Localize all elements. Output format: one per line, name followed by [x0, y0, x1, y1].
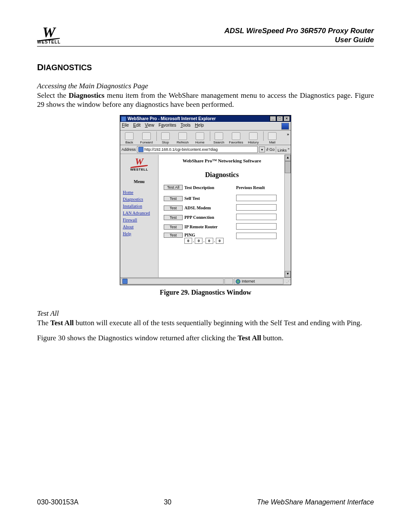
links-button[interactable]: Links »	[277, 147, 290, 152]
status-left	[121, 278, 224, 284]
menu-file[interactable]: File	[122, 123, 129, 130]
toolbar-overflow-icon[interactable]: »	[287, 132, 289, 137]
vertical-scrollbar[interactable]: ▲ ▼	[284, 155, 291, 277]
para2-pre: The	[37, 319, 50, 327]
internet-zone-icon	[236, 279, 240, 284]
toolbar-mail-button[interactable]: Mail	[265, 132, 280, 144]
para3-bold: Test All	[238, 334, 262, 342]
browser-window: WebShare Pro - Microsoft Internet Explor…	[120, 115, 291, 285]
test-all-button[interactable]: Test All	[164, 185, 183, 190]
figure-caption: Figure 29. Diagnostics Window	[37, 289, 374, 296]
test-button-adsl[interactable]: Test	[164, 205, 183, 211]
document-title: ADSL WireSpeed Pro 36R570 Proxy Router U…	[224, 26, 374, 45]
main-banner: WebShare Pro™ Networking Software	[164, 158, 280, 163]
subheading-testall: Test All	[37, 309, 374, 318]
maximize-button[interactable]: □	[277, 116, 283, 121]
toolbar-forward-button[interactable]: Forward	[139, 132, 154, 144]
main-panel: WebShare Pro™ Networking Software Diagno…	[159, 155, 284, 277]
scroll-up-button[interactable]: ▲	[285, 155, 291, 161]
toolbar-stop-button[interactable]: Stop	[158, 132, 173, 144]
toolbar-separator	[263, 131, 264, 141]
para1-bold: Diagnostics	[68, 91, 104, 100]
table-row: Test PPP Connection	[164, 214, 280, 221]
ping-octet-3[interactable]: 0	[206, 238, 213, 244]
brand-logo-glyph: W	[37, 26, 61, 39]
scroll-down-button[interactable]: ▼	[285, 271, 291, 277]
test-button-iprouter[interactable]: Test	[164, 224, 183, 230]
window-titlebar: WebShare Pro - Microsoft Internet Explor…	[120, 115, 291, 122]
test-button-selftest[interactable]: Test	[164, 196, 183, 201]
section-heading-rest: IAGNOSTICS	[44, 63, 92, 72]
toolbar-separator	[210, 131, 210, 141]
address-input[interactable]: http://192.168.0.1/cgi-bin/content.exe?d…	[137, 146, 258, 153]
document-footer: 030-300153A 30 The WebShare Management I…	[37, 498, 374, 506]
row-ppp-result	[236, 214, 277, 220]
status-zone: Internet	[234, 278, 283, 284]
section-heading: DIAGNOSTICS	[37, 62, 374, 72]
ping-octet-4[interactable]: 0	[216, 238, 224, 244]
sidebar-link-help[interactable]: Help	[123, 231, 158, 236]
para2-bold: Test All	[50, 319, 74, 327]
toolbar-back-button[interactable]: Back	[122, 132, 137, 144]
para3-post: button.	[261, 334, 283, 342]
toolbar-home-button[interactable]: Home	[193, 132, 207, 144]
close-button[interactable]: ×	[283, 116, 290, 121]
row-iprouter-label: IP Remote Router	[184, 224, 236, 229]
header-test-description: Test Description	[184, 185, 236, 190]
sidebar-logo-glyph: W	[120, 157, 158, 166]
table-row: Test IP Remote Router	[164, 223, 280, 230]
status-page-icon	[122, 279, 128, 284]
address-label: Address	[121, 147, 136, 152]
row-ping-label: PING 0. 0. 0. 0	[184, 233, 236, 244]
menu-view[interactable]: View	[145, 123, 154, 130]
ping-octet-2[interactable]: 0	[195, 238, 202, 244]
sidebar-link-about[interactable]: About	[123, 224, 158, 229]
address-dropdown-button[interactable]: ▼	[259, 146, 265, 152]
sidebar-link-firewall[interactable]: Firewall	[123, 218, 158, 222]
menu-edit[interactable]: Edit	[133, 123, 140, 130]
table-row: Test Self Test	[164, 195, 280, 202]
table-row: Test PING 0. 0. 0. 0	[164, 233, 280, 244]
table-row: Test ADSL Modem	[164, 204, 280, 212]
toolbar-refresh-button[interactable]: Refresh	[175, 132, 190, 144]
para1-pre: Select the	[37, 91, 68, 100]
para2-post: button will execute all of the tests seq…	[74, 319, 362, 327]
sidebar: W WESTELL Menu Home Diagnostics Installa…	[120, 155, 159, 277]
row-adsl-result	[236, 204, 277, 211]
sidebar-link-diagnostics[interactable]: Diagnostics	[123, 197, 158, 202]
ping-ip-group: 0. 0. 0. 0	[184, 238, 236, 244]
minimize-button[interactable]: _	[270, 116, 276, 121]
sidebar-link-home[interactable]: Home	[123, 190, 158, 195]
sidebar-menu-label: Menu	[120, 179, 158, 184]
window-controls: _□×	[269, 116, 290, 121]
resize-grip-icon[interactable]: ⋰	[284, 279, 291, 284]
go-button[interactable]: ∂ Go	[266, 147, 274, 152]
scroll-thumb[interactable]	[285, 161, 291, 173]
toolbar-favorites-button[interactable]: Favorites	[229, 132, 243, 144]
sidebar-brand: WESTELL	[120, 168, 158, 171]
footer-section-title: The WebShare Management Interface	[257, 498, 374, 506]
menu-favorites[interactable]: Favorites	[159, 123, 176, 130]
diagnostics-table: Test All Test Description Previous Resul…	[164, 185, 280, 244]
sidebar-link-installation[interactable]: Installation	[123, 204, 158, 208]
addressbar: Address http://192.168.0.1/cgi-bin/conte…	[120, 145, 291, 154]
menu-tools[interactable]: Tools	[181, 123, 190, 130]
para-testall-2: Figure 30 shows the Diagnostics window r…	[37, 334, 374, 343]
test-button-ppp[interactable]: Test	[164, 215, 183, 220]
menu-help[interactable]: Help	[195, 123, 204, 130]
row-selftest-label: Self Test	[184, 196, 236, 201]
section-heading-cap: D	[37, 62, 44, 72]
ping-octet-1[interactable]: 0	[184, 238, 192, 244]
row-ping-result	[236, 233, 277, 239]
test-button-ping[interactable]: Test	[164, 233, 183, 238]
toolbar-history-button[interactable]: History	[246, 132, 261, 144]
page-icon	[138, 147, 143, 152]
figure-29: WebShare Pro - Microsoft Internet Explor…	[120, 115, 291, 285]
doc-title-line1: ADSL WireSpeed Pro 36R570 Proxy Router	[224, 27, 374, 35]
footer-page-number: 30	[164, 498, 171, 506]
table-header-row: Test All Test Description Previous Resul…	[164, 185, 280, 190]
sidebar-link-lan-advanced[interactable]: LAN Advanced	[123, 211, 158, 215]
document-header: W WESTELL ADSL WireSpeed Pro 36R570 Prox…	[37, 26, 374, 47]
browser-content: W WESTELL Menu Home Diagnostics Installa…	[120, 154, 291, 277]
toolbar-search-button[interactable]: Search	[212, 132, 226, 144]
